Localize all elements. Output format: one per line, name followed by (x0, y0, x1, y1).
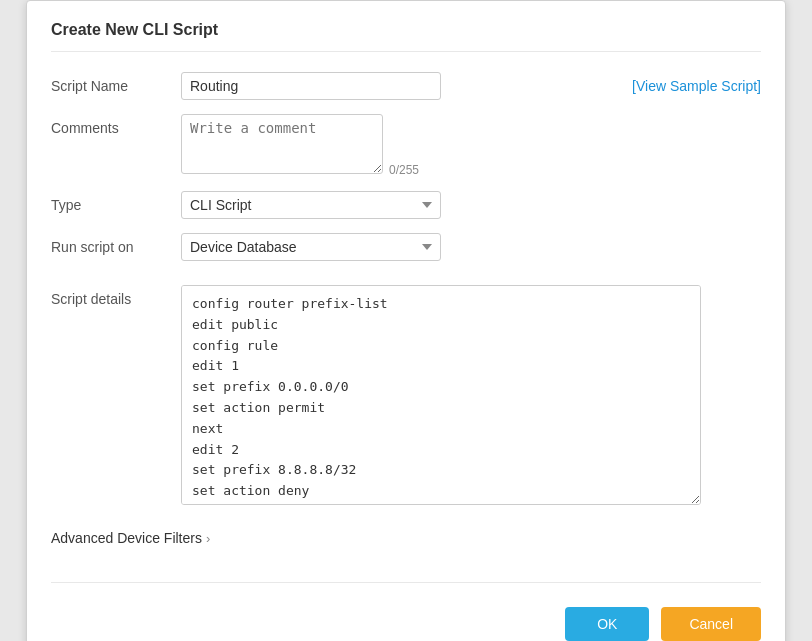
type-select[interactable]: CLI Script TCL Script (181, 191, 441, 219)
advanced-filters-chevron: › (206, 531, 210, 546)
script-details-label: Script details (51, 285, 181, 307)
comments-label: Comments (51, 114, 181, 136)
script-name-input[interactable] (181, 72, 441, 100)
run-on-select[interactable]: Device Database All Devices Selected Dev… (181, 233, 441, 261)
view-sample-link[interactable]: [View Sample Script] (632, 72, 761, 94)
comments-input-wrap: 0/255 (181, 114, 761, 177)
view-sample-link-area: [View Sample Script] (561, 72, 761, 94)
type-select-wrap: CLI Script TCL Script (181, 191, 761, 219)
comments-row: Comments 0/255 (51, 114, 761, 177)
advanced-device-filters[interactable]: Advanced Device Filters › (51, 530, 761, 546)
divider (51, 582, 761, 583)
script-details-textarea[interactable] (181, 285, 701, 505)
script-details-row: Script details (51, 285, 761, 508)
comments-textarea[interactable] (181, 114, 383, 174)
ok-button[interactable]: OK (565, 607, 649, 641)
script-name-input-wrap (181, 72, 561, 100)
run-on-select-wrap: Device Database All Devices Selected Dev… (181, 233, 761, 261)
script-name-row: Script Name [View Sample Script] (51, 72, 761, 100)
button-row: OK Cancel (51, 607, 761, 641)
run-on-label: Run script on (51, 233, 181, 255)
script-details-textarea-wrap (181, 285, 761, 508)
type-row: Type CLI Script TCL Script (51, 191, 761, 219)
run-on-row: Run script on Device Database All Device… (51, 233, 761, 261)
comments-textarea-wrap (181, 114, 383, 177)
cancel-button[interactable]: Cancel (661, 607, 761, 641)
form-area: Script Name [View Sample Script] Comment… (51, 72, 761, 641)
create-cli-script-dialog: Create New CLI Script Script Name [View … (26, 0, 786, 641)
type-label: Type (51, 191, 181, 213)
dialog-title: Create New CLI Script (51, 21, 761, 52)
advanced-filters-label: Advanced Device Filters (51, 530, 202, 546)
char-count: 0/255 (389, 163, 419, 177)
script-name-label: Script Name (51, 72, 181, 94)
comments-inner: 0/255 (181, 114, 761, 177)
